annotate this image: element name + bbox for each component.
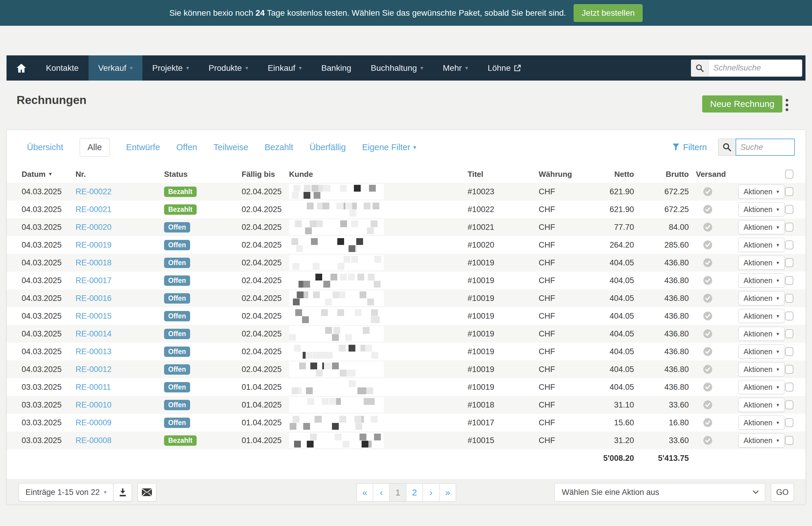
netto-value: 15.60 xyxy=(581,414,634,432)
status-badge: Offen xyxy=(164,325,190,343)
invoice-number-link[interactable]: RE-00011 xyxy=(75,378,111,396)
nav-item-kontakte[interactable]: Kontakte xyxy=(36,55,89,81)
nav-item-verkauf[interactable]: Verkauf▾ xyxy=(89,55,143,81)
pagination-button-«[interactable]: « xyxy=(357,483,373,502)
invoice-number-link[interactable]: RE-00017 xyxy=(75,272,112,289)
row-checkbox[interactable] xyxy=(785,276,793,285)
search-icon[interactable] xyxy=(718,138,736,156)
select-all-checkbox[interactable] xyxy=(785,170,793,179)
nav-item-home[interactable] xyxy=(6,55,36,81)
email-button[interactable] xyxy=(137,483,156,501)
row-checkbox[interactable] xyxy=(785,347,793,356)
actions-button[interactable]: Aktionen▾ xyxy=(738,238,784,252)
bulk-action-select[interactable]: Wählen Sie eine Aktion aus xyxy=(554,483,765,501)
invoice-number-link[interactable]: RE-00021 xyxy=(75,201,112,218)
search-icon[interactable] xyxy=(691,60,709,76)
invoice-date: 04.03.2025 xyxy=(21,236,62,254)
list-search-input[interactable] xyxy=(736,138,795,156)
row-checkbox[interactable] xyxy=(785,258,793,267)
invoice-number-link[interactable]: RE-00015 xyxy=(75,307,112,325)
invoice-number-link[interactable]: RE-00020 xyxy=(75,218,112,236)
row-checkbox[interactable] xyxy=(785,223,793,232)
entries-per-page-button[interactable]: Einträge 1-15 von 22▾ xyxy=(19,483,113,501)
row-checkbox[interactable] xyxy=(785,329,793,338)
pagination-button-»[interactable]: » xyxy=(439,483,456,502)
actions-button[interactable]: Aktionen▾ xyxy=(738,309,784,323)
invoice-number-link[interactable]: RE-00012 xyxy=(75,361,112,378)
download-button[interactable] xyxy=(113,483,132,501)
tab-entwürfe[interactable]: Entwürfe xyxy=(126,143,160,152)
invoice-number-link[interactable]: RE-00016 xyxy=(75,289,112,307)
customer-redacted xyxy=(289,432,384,449)
nav-item-mehr[interactable]: Mehr▾ xyxy=(433,55,478,81)
row-checkbox-cell xyxy=(785,254,793,272)
invoice-number-link[interactable]: RE-00009 xyxy=(75,414,112,432)
nav-item-buchhaltung[interactable]: Buchhaltung▾ xyxy=(361,55,433,81)
actions-button[interactable]: Aktionen▾ xyxy=(738,202,784,217)
row-checkbox[interactable] xyxy=(785,418,793,427)
filter-link[interactable]: Filtern xyxy=(672,143,707,152)
table-row: 04.03.2025RE-00017Offen02.04.2025#10019C… xyxy=(7,272,806,289)
new-invoice-button[interactable]: Neue Rechnung xyxy=(702,96,782,113)
actions-button[interactable]: Aktionen▾ xyxy=(738,327,784,341)
invoice-number-link[interactable]: RE-00008 xyxy=(75,432,112,449)
actions-button-label: Aktionen xyxy=(743,419,772,427)
versand-status xyxy=(703,289,712,307)
status-badge: Bezahlt xyxy=(164,432,197,449)
actions-button[interactable]: Aktionen▾ xyxy=(738,362,784,377)
order-now-button[interactable]: Jetzt bestellen xyxy=(574,4,643,22)
row-checkbox[interactable] xyxy=(785,436,793,445)
tab-teilweise[interactable]: Teilweise xyxy=(214,143,248,152)
row-checkbox[interactable] xyxy=(785,311,793,320)
tab-eigene-filter[interactable]: Eigene Filter▾ xyxy=(362,143,416,152)
actions-button[interactable]: Aktionen▾ xyxy=(738,398,784,412)
pagination-button-2[interactable]: 2 xyxy=(406,483,423,502)
actions-button[interactable]: Aktionen▾ xyxy=(738,220,784,234)
kebab-menu-icon[interactable] xyxy=(786,99,788,113)
row-checkbox[interactable] xyxy=(785,187,793,196)
quick-search xyxy=(691,60,802,77)
tab-überfällig[interactable]: Überfällig xyxy=(309,143,346,152)
invoice-number-link[interactable]: RE-00014 xyxy=(75,325,112,343)
due-date: 02.04.2025 xyxy=(242,289,281,307)
column-header-datum[interactable]: Datum▼ xyxy=(21,165,53,183)
invoice-title: #10019 xyxy=(468,272,494,289)
actions-button[interactable]: Aktionen▾ xyxy=(738,291,784,305)
chevron-down-icon: ▾ xyxy=(465,64,468,71)
row-checkbox[interactable] xyxy=(785,205,793,214)
nav-item-banking[interactable]: Banking xyxy=(311,55,361,81)
tab-übersicht[interactable]: Übersicht xyxy=(27,143,63,152)
nav-item-löhne[interactable]: Löhne xyxy=(478,55,531,81)
row-checkbox[interactable] xyxy=(785,365,793,374)
row-checkbox[interactable] xyxy=(785,400,793,409)
nav-item-projekte[interactable]: Projekte▾ xyxy=(142,55,199,81)
actions-button[interactable]: Aktionen▾ xyxy=(738,255,784,270)
actions-button[interactable]: Aktionen▾ xyxy=(738,380,784,394)
tab-bezahlt[interactable]: Bezahlt xyxy=(264,143,293,152)
tab-alle[interactable]: Alle xyxy=(79,138,110,157)
tab-offen[interactable]: Offen xyxy=(176,143,197,152)
table-row: 04.03.2025RE-00019Offen02.04.2025#10020C… xyxy=(7,236,806,254)
row-checkbox[interactable] xyxy=(785,240,793,249)
pagination-button-›[interactable]: › xyxy=(423,483,439,502)
invoice-number-link[interactable]: RE-00013 xyxy=(75,343,112,361)
quick-search-input[interactable] xyxy=(709,60,802,76)
row-checkbox[interactable] xyxy=(785,383,793,392)
invoice-number-link[interactable]: RE-00019 xyxy=(75,236,112,254)
actions-button[interactable]: Aktionen▾ xyxy=(738,345,784,359)
nav-item-produkte[interactable]: Produkte▾ xyxy=(199,55,258,81)
invoice-number-link[interactable]: RE-00010 xyxy=(75,396,112,414)
actions-button[interactable]: Aktionen▾ xyxy=(738,185,784,199)
table-body: 04.03.2025RE-00022Bezahlt02.04.2025#1002… xyxy=(7,183,806,449)
chevron-down-icon: ▾ xyxy=(421,64,423,71)
actions-button[interactable]: Aktionen▾ xyxy=(738,433,784,448)
pagination-button-‹[interactable]: ‹ xyxy=(373,483,390,502)
go-button[interactable]: GO xyxy=(771,483,794,501)
invoice-number-link[interactable]: RE-00022 xyxy=(75,183,112,201)
invoice-title: #10020 xyxy=(468,236,494,254)
row-checkbox[interactable] xyxy=(785,294,793,303)
actions-button[interactable]: Aktionen▾ xyxy=(738,273,784,288)
nav-item-einkauf[interactable]: Einkauf▾ xyxy=(258,55,311,81)
invoice-number-link[interactable]: RE-00018 xyxy=(75,254,112,272)
actions-button[interactable]: Aktionen▾ xyxy=(738,415,784,430)
